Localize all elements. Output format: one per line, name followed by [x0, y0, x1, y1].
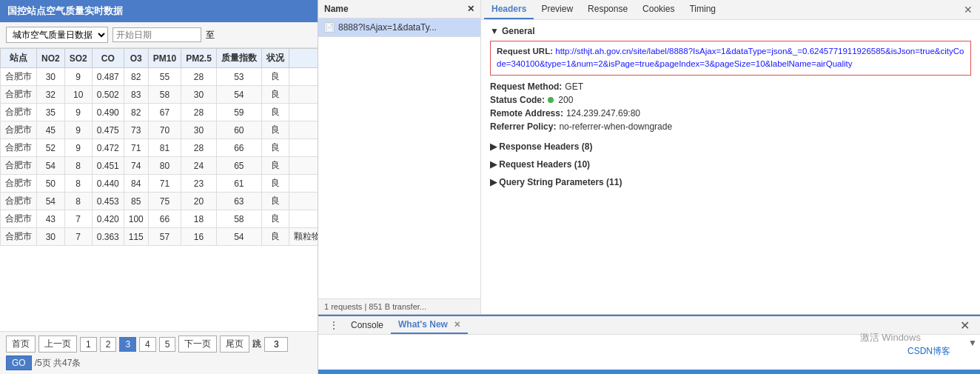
column-header: PM10: [148, 49, 181, 68]
bottom-panel-close[interactable]: ✕: [956, 317, 974, 334]
table-cell: 良: [261, 139, 289, 157]
network-list-header: Name ✕: [318, 0, 480, 19]
tab-cookies[interactable]: Cookies: [635, 0, 682, 19]
tab-console[interactable]: Console: [343, 317, 391, 333]
table-cell: 100: [124, 210, 148, 228]
network-list-item[interactable]: 📄 8888?IsAjax=1&dataTy...: [318, 19, 480, 37]
pagination: 首页 上一页 1 2 3 4 5 下一页 尾页 跳 GO /5页 共47条: [0, 331, 318, 374]
table-cell: 61: [216, 175, 261, 193]
bottom-blue-bar: [318, 370, 980, 374]
jump-label: 跳: [252, 338, 261, 350]
whats-new-close[interactable]: ✕: [454, 320, 460, 329]
table-row: 合肥市5480.45385752063良颗: [1, 193, 318, 210]
column-header: NO2: [37, 49, 65, 68]
table-cell: 54: [216, 228, 261, 246]
table-cell: 74: [124, 157, 148, 175]
whats-new-label: What's New: [398, 319, 448, 330]
table-cell: 58: [216, 210, 261, 228]
table-cell: 颗: [289, 68, 318, 86]
status-label: Status Code:: [490, 95, 545, 105]
referrer-value: no-referrer-when-downgrade: [559, 121, 672, 132]
data-table: 站点NO2SO2COO3PM10PM2.5质量指数状况主 合肥市3090.487…: [0, 48, 318, 331]
table-cell: 7: [64, 228, 92, 246]
first-page-btn[interactable]: 首页: [6, 335, 36, 353]
table-cell: 30: [181, 121, 217, 139]
table-cell: 良: [261, 228, 289, 246]
column-header: 站点: [1, 49, 37, 68]
status-row: Status Code: 200: [490, 95, 971, 105]
table-cell: 53: [216, 68, 261, 86]
table-cell: 16: [181, 228, 217, 246]
request-headers-toggle[interactable]: ▶ Request Headers (10): [490, 157, 971, 172]
prev-page-btn[interactable]: 上一页: [38, 335, 77, 353]
network-close-icon[interactable]: ✕: [467, 4, 474, 14]
table-cell: 8: [64, 193, 92, 210]
table-cell: 66: [148, 210, 181, 228]
table-row: 合肥市5480.45174802465良颗: [1, 157, 318, 175]
tab-preview[interactable]: Preview: [534, 0, 580, 19]
table-cell: 82: [124, 104, 148, 121]
method-value: GET: [565, 81, 583, 92]
tab-timing[interactable]: Timing: [682, 0, 723, 19]
table-cell: 28: [181, 68, 217, 86]
page-1-btn[interactable]: 1: [80, 337, 97, 352]
headers-tabs: Headers Preview Response Cookies Timing …: [481, 0, 980, 20]
table-cell: 7: [64, 210, 92, 228]
bottom-content: ▼: [318, 335, 980, 374]
table-row: 合肥市4590.47573703060良颗: [1, 121, 318, 139]
column-header: 质量指数: [216, 49, 261, 68]
tab-whats-new[interactable]: What's New ✕: [391, 316, 468, 334]
table-cell: 73: [124, 121, 148, 139]
request-name: 8888?IsAjax=1&dataTy...: [338, 22, 437, 33]
table-cell: 75: [148, 193, 181, 210]
table-cell: 24: [181, 157, 217, 175]
table-cell: 颗: [289, 210, 318, 228]
table-row: 合肥市32100.50283583054良颗: [1, 86, 318, 104]
tab-response[interactable]: Response: [580, 0, 635, 19]
request-headers-section: ▶ Request Headers (10): [490, 157, 971, 172]
table-row: 合肥市5290.47271812866良颗: [1, 139, 318, 157]
table-cell: 60: [216, 121, 261, 139]
table-cell: 合肥市: [1, 104, 37, 121]
data-type-select[interactable]: 城市空气质量日数据: [6, 27, 108, 43]
toolbar: 城市空气质量日数据 至: [0, 22, 318, 48]
response-headers-label: ▶ Response Headers (8): [490, 141, 592, 152]
headers-panel-close[interactable]: ✕: [959, 2, 977, 17]
page-3-btn[interactable]: 3: [119, 337, 136, 352]
table-cell: 65: [216, 157, 261, 175]
table-cell: 82: [124, 68, 148, 86]
name-column-header: Name: [324, 4, 349, 14]
url-value: http://sthjt.ah.gov.cn/site/label/8888?I…: [497, 47, 964, 68]
column-header: 主: [289, 49, 318, 68]
table-cell: 50: [37, 175, 65, 193]
bottom-dots-menu[interactable]: ⋮: [324, 316, 343, 334]
scroll-arrow[interactable]: ▼: [968, 338, 977, 348]
network-main: Name ✕ 📄 8888?IsAjax=1&dataTy... 1 reque…: [318, 0, 980, 314]
page-2-btn[interactable]: 2: [100, 337, 117, 352]
referrer-label: Referrer Policy:: [490, 121, 556, 132]
table-cell: 85: [124, 193, 148, 210]
table-cell: 0.453: [92, 193, 124, 210]
table-cell: 59: [216, 104, 261, 121]
date-input[interactable]: [113, 27, 201, 42]
table-cell: 35: [37, 104, 65, 121]
last-page-btn[interactable]: 尾页: [220, 335, 249, 353]
date-separator: 至: [206, 29, 215, 41]
tab-headers[interactable]: Headers: [484, 0, 534, 19]
response-headers-toggle[interactable]: ▶ Response Headers (8): [490, 139, 971, 154]
page-5-btn[interactable]: 5: [159, 337, 176, 352]
table-cell: 9: [64, 139, 92, 157]
go-button[interactable]: GO: [6, 355, 32, 370]
table-cell: 良: [261, 68, 289, 86]
table-cell: 52: [37, 139, 65, 157]
page-4-btn[interactable]: 4: [139, 337, 156, 352]
table-cell: 54: [37, 193, 65, 210]
column-header: 状况: [261, 49, 289, 68]
url-label: Request URL:: [497, 47, 553, 56]
query-params-toggle[interactable]: ▶ Query String Parameters (11): [490, 175, 971, 190]
table-cell: 合肥市: [1, 86, 37, 104]
table-cell: 66: [216, 139, 261, 157]
table-cell: 30: [37, 228, 65, 246]
next-page-btn[interactable]: 下一页: [178, 335, 217, 353]
page-jump-input[interactable]: [264, 337, 288, 352]
